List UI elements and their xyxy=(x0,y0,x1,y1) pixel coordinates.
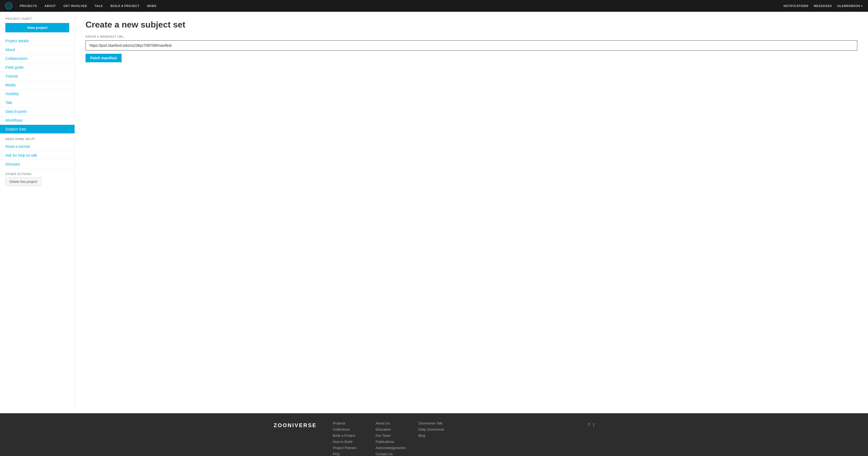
main-content: Create a new subject set ENTER A MANIFES… xyxy=(75,12,868,413)
footer-link-contact-us[interactable]: Contact Us xyxy=(375,452,407,456)
nav-news[interactable]: NEWS xyxy=(147,4,157,7)
footer-link-education[interactable]: Education xyxy=(375,427,407,431)
footer-link-build-project[interactable]: Build a Project xyxy=(333,433,365,437)
nav-get-involved[interactable]: GET INVOLVED xyxy=(63,4,87,7)
footer-link-projects[interactable]: Projects xyxy=(333,421,365,425)
footer-link-project-policies[interactable]: Project Policies xyxy=(333,446,365,450)
manifest-url-label: ENTER A MANIFEST URL xyxy=(86,35,857,38)
project-number: PROJECT #18977 xyxy=(0,17,74,20)
footer-link-blog[interactable]: Blog xyxy=(418,433,450,437)
sidebar-item-field-guide[interactable]: Field guide xyxy=(0,63,74,72)
nav-projects[interactable]: PROJECTS xyxy=(20,4,37,7)
chevron-down-icon: ▾ xyxy=(861,4,863,7)
nav-notifications[interactable]: NOTIFICATIONS xyxy=(783,4,808,7)
twitter-icon[interactable]: t xyxy=(593,422,594,427)
sidebar-item-collaborators[interactable]: Collaborators xyxy=(0,54,74,63)
sidebar-item-visibility[interactable]: Visibility xyxy=(0,90,74,98)
sidebar-item-data-exports[interactable]: Data Exports xyxy=(0,107,74,116)
footer-link-how-to-build[interactable]: How to Build xyxy=(333,440,365,444)
other-actions-label: OTHER ACTIONS xyxy=(0,169,74,177)
footer-link-zooniverse-talk[interactable]: Zooniverse Talk xyxy=(418,421,450,425)
footer-link-faq[interactable]: FAQ xyxy=(333,452,365,456)
footer-link-publications[interactable]: Publications xyxy=(375,440,407,444)
sidebar-item-workflows[interactable]: Workflows xyxy=(0,116,74,125)
page-title: Create a new subject set xyxy=(86,20,857,30)
footer-link-daily-zooniverse[interactable]: Daily Zooniverse xyxy=(418,427,450,431)
sidebar-item-project-details[interactable]: Project details xyxy=(0,37,74,45)
footer-columns: Projects Collections Build a Project How… xyxy=(333,421,572,456)
nav-talk[interactable]: TALK xyxy=(95,4,103,7)
sidebar-item-read-tutorial[interactable]: Read a tutorial xyxy=(0,142,74,151)
footer-link-acknowledgements[interactable]: Acknowledgements xyxy=(375,446,407,450)
footer: ZOONIVERSE Projects Collections Build a … xyxy=(0,413,868,456)
page-wrapper: PROJECT #18977 View project Project deta… xyxy=(0,12,868,413)
footer-logo: ZOONIVERSE xyxy=(274,422,317,428)
sidebar-item-glossary[interactable]: Glossary xyxy=(0,160,74,169)
sidebar-item-talk[interactable]: Talk xyxy=(0,98,74,107)
footer-col-2: About Us Education Our Team Publications… xyxy=(375,421,407,456)
zooniverse-logo[interactable] xyxy=(5,2,12,9)
sidebar-item-about[interactable]: About xyxy=(0,45,74,54)
svg-point-1 xyxy=(8,5,9,6)
help-section-label: NEED SOME HELP? xyxy=(0,134,74,142)
nav-build-project[interactable]: BUILD A PROJECT xyxy=(111,4,140,7)
nav-about[interactable]: ABOUT xyxy=(44,4,56,7)
fetch-manifest-button[interactable]: Fetch manifest xyxy=(86,54,122,62)
manifest-url-input[interactable] xyxy=(86,40,857,51)
sidebar: PROJECT #18977 View project Project deta… xyxy=(0,12,75,413)
footer-link-about-us[interactable]: About Us xyxy=(375,421,407,425)
nav-right: NOTIFICATIONS MESSAGES GLENROBSON ▾ xyxy=(783,4,863,7)
sidebar-item-subject-sets[interactable]: Subject Sets xyxy=(0,125,74,134)
user-menu[interactable]: GLENROBSON ▾ xyxy=(837,4,863,7)
nav-left: PROJECTS ABOUT GET INVOLVED TALK BUILD A… xyxy=(5,2,157,9)
username: GLENROBSON xyxy=(837,4,860,7)
sidebar-item-media[interactable]: Media xyxy=(0,81,74,90)
footer-social: f t xyxy=(588,422,594,427)
footer-inner: ZOONIVERSE Projects Collections Build a … xyxy=(274,421,594,456)
sidebar-item-tutorial[interactable]: Tutorial xyxy=(0,72,74,81)
sidebar-item-ask-help[interactable]: Ask for help on talk xyxy=(0,151,74,160)
footer-col-3: Zooniverse Talk Daily Zooniverse Blog xyxy=(418,421,450,456)
delete-project-button[interactable]: Delete this project xyxy=(5,177,41,186)
facebook-icon[interactable]: f xyxy=(588,422,589,427)
view-project-button[interactable]: View project xyxy=(5,23,69,32)
footer-link-our-team[interactable]: Our Team xyxy=(375,433,407,437)
footer-link-collections[interactable]: Collections xyxy=(333,427,365,431)
footer-col-1: Projects Collections Build a Project How… xyxy=(333,421,365,456)
nav-messages[interactable]: MESSAGES xyxy=(814,4,832,7)
top-navigation: PROJECTS ABOUT GET INVOLVED TALK BUILD A… xyxy=(0,0,868,12)
